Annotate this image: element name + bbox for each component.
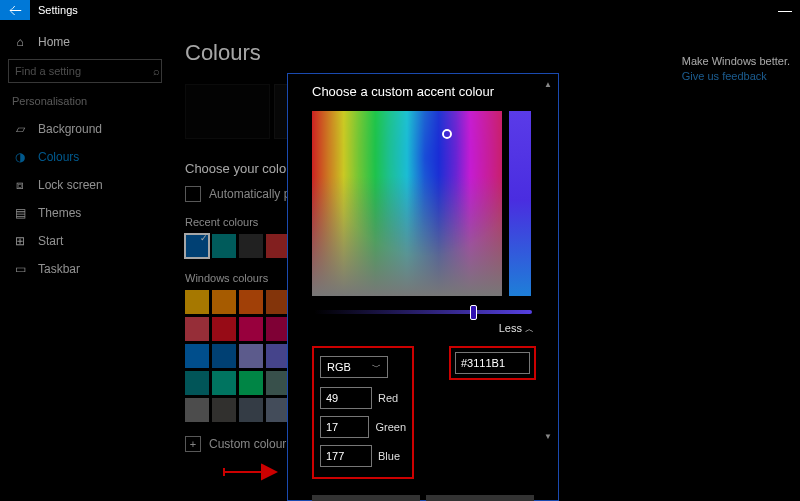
colour-swatch[interactable] xyxy=(239,317,263,341)
search-input[interactable] xyxy=(15,65,153,77)
sidebar-item-label: Background xyxy=(38,122,102,136)
feedback-text: Make Windows better. xyxy=(682,55,790,67)
colour-swatch[interactable] xyxy=(239,290,263,314)
sidebar-item-label: Taskbar xyxy=(38,262,80,276)
cancel-button[interactable]: Cancel xyxy=(426,495,534,501)
sidebar-item-start[interactable]: ⊞Start xyxy=(8,227,162,255)
sidebar-item-background[interactable]: ▱Background xyxy=(8,115,162,143)
colour-swatch[interactable] xyxy=(212,371,236,395)
colour-mode-value: RGB xyxy=(327,361,351,373)
colour-swatch[interactable] xyxy=(212,317,236,341)
hue-column[interactable] xyxy=(509,111,531,296)
colour-swatch[interactable] xyxy=(185,344,209,368)
sidebar-item-themes[interactable]: ▤Themes xyxy=(8,199,162,227)
colour-swatch[interactable] xyxy=(239,371,263,395)
colour-swatch[interactable] xyxy=(212,344,236,368)
blue-input[interactable]: 177 xyxy=(320,445,372,467)
sidebar-item-label: Colours xyxy=(38,150,79,164)
nav-home-label: Home xyxy=(38,35,70,49)
search-input-wrap[interactable]: ⌕ xyxy=(8,59,162,83)
sidebar-item-label: Start xyxy=(38,234,63,248)
hex-input-group: #3111B1 xyxy=(449,346,536,380)
colour-swatch[interactable] xyxy=(185,290,209,314)
colour-picker-dialog: ▲ Choose a custom accent colour Less︿ RG… xyxy=(287,73,559,501)
colour-swatch[interactable] xyxy=(185,371,209,395)
chevron-up-icon: ︿ xyxy=(525,324,534,334)
colour-swatch[interactable] xyxy=(239,398,263,422)
sidebar-item-lock-screen[interactable]: ⧈Lock screen xyxy=(8,171,162,199)
less-label: Less xyxy=(499,322,522,334)
green-input[interactable]: 17 xyxy=(320,416,369,438)
custom-colour-label: Custom colour xyxy=(209,437,286,451)
colour-swatch[interactable] xyxy=(212,290,236,314)
app-title: Settings xyxy=(38,4,78,16)
nav-home[interactable]: ⌂ Home xyxy=(8,30,162,59)
preview-desktop xyxy=(185,84,270,139)
sidebar: ⌂ Home ⌕ Personalisation ▱Background◑Col… xyxy=(0,20,170,501)
picture-icon: ▱ xyxy=(12,122,28,136)
taskbar-icon: ▭ xyxy=(12,262,28,276)
scroll-up-icon[interactable]: ▲ xyxy=(542,78,554,90)
sidebar-group-label: Personalisation xyxy=(8,95,162,107)
minimize-button[interactable]: — xyxy=(770,0,800,20)
plus-icon: + xyxy=(185,436,201,452)
feedback-link[interactable]: Give us feedback xyxy=(682,70,790,82)
home-icon: ⌂ xyxy=(12,35,28,49)
colour-gradient[interactable] xyxy=(312,111,502,296)
themes-icon: ▤ xyxy=(12,206,28,220)
colour-swatch[interactable] xyxy=(185,317,209,341)
slider-thumb[interactable] xyxy=(470,305,477,320)
sidebar-item-colours[interactable]: ◑Colours xyxy=(8,143,162,171)
colour-mode-select[interactable]: RGB ﹀ xyxy=(320,356,388,378)
recent-swatch[interactable] xyxy=(185,234,209,258)
colour-swatch[interactable] xyxy=(185,398,209,422)
scroll-down-icon[interactable]: ▼ xyxy=(542,430,554,442)
gradient-cursor[interactable] xyxy=(442,129,452,139)
back-button[interactable]: 🡠 xyxy=(0,0,30,20)
red-input[interactable]: 49 xyxy=(320,387,372,409)
recent-swatch[interactable] xyxy=(212,234,236,258)
sidebar-item-taskbar[interactable]: ▭Taskbar xyxy=(8,255,162,283)
green-label: Green xyxy=(375,421,406,433)
lock-icon: ⧈ xyxy=(12,178,28,192)
red-label: Red xyxy=(378,392,398,404)
sidebar-item-label: Themes xyxy=(38,206,81,220)
feedback-panel: Make Windows better. Give us feedback xyxy=(682,55,790,82)
dialog-title: Choose a custom accent colour xyxy=(312,84,534,99)
less-toggle[interactable]: Less︿ xyxy=(312,322,534,336)
start-icon: ⊞ xyxy=(12,234,28,248)
colour-swatch[interactable] xyxy=(239,344,263,368)
recent-swatch[interactable] xyxy=(239,234,263,258)
search-icon: ⌕ xyxy=(153,65,160,77)
sidebar-item-label: Lock screen xyxy=(38,178,103,192)
blue-label: Blue xyxy=(378,450,400,462)
value-slider[interactable] xyxy=(314,310,532,314)
colour-swatch[interactable] xyxy=(212,398,236,422)
auto-pick-checkbox[interactable] xyxy=(185,186,201,202)
done-button[interactable]: Done xyxy=(312,495,420,501)
palette-icon: ◑ xyxy=(12,150,28,164)
chevron-down-icon: ﹀ xyxy=(372,361,381,374)
rgb-inputs-group: RGB ﹀ 49 Red 17 Green 177 Blue xyxy=(312,346,414,479)
hex-input[interactable]: #3111B1 xyxy=(455,352,530,374)
